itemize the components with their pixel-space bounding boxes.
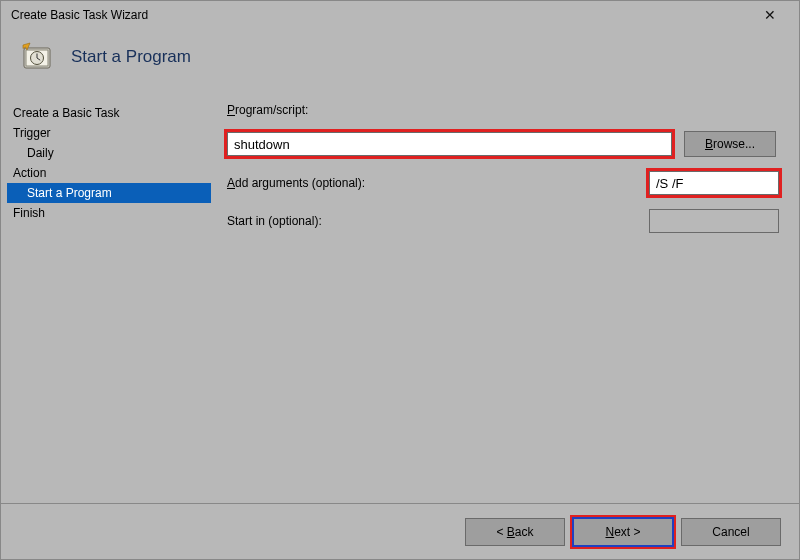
start-in-label: Start in (optional): bbox=[227, 214, 427, 228]
sidebar-item-finish[interactable]: Finish bbox=[7, 203, 211, 223]
wizard-sidebar: Create a Basic Task Trigger Daily Action… bbox=[1, 97, 211, 487]
wizard-header: Start a Program bbox=[1, 29, 799, 97]
sidebar-item-daily[interactable]: Daily bbox=[7, 143, 211, 163]
start-in-input[interactable] bbox=[649, 209, 779, 233]
sidebar-item-action[interactable]: Action bbox=[7, 163, 211, 183]
titlebar: Create Basic Task Wizard ✕ bbox=[1, 1, 799, 29]
task-scheduler-icon bbox=[21, 41, 53, 73]
start-in-row: Start in (optional): bbox=[227, 209, 779, 233]
page-title: Start a Program bbox=[71, 47, 191, 67]
close-icon: ✕ bbox=[764, 7, 776, 23]
wizard-window: Create Basic Task Wizard ✕ Start a Progr… bbox=[0, 0, 800, 560]
wizard-content: Create a Basic Task Trigger Daily Action… bbox=[1, 97, 799, 487]
window-title: Create Basic Task Wizard bbox=[11, 8, 148, 22]
wizard-main: Program/script: Browse... Add arguments … bbox=[211, 97, 799, 487]
add-arguments-input[interactable] bbox=[649, 171, 779, 195]
program-label-row: Program/script: bbox=[227, 103, 779, 117]
sidebar-item-create-basic-task[interactable]: Create a Basic Task bbox=[7, 103, 211, 123]
program-script-input[interactable] bbox=[227, 132, 672, 156]
program-input-highlight bbox=[227, 132, 672, 156]
program-input-row: Browse... bbox=[227, 131, 779, 157]
next-button[interactable]: Next > bbox=[573, 518, 673, 546]
arguments-input-highlight bbox=[649, 171, 779, 195]
browse-button[interactable]: Browse... bbox=[684, 131, 776, 157]
arguments-row: Add arguments (optional): bbox=[227, 171, 779, 195]
wizard-footer: < Back Next > Cancel bbox=[1, 503, 799, 559]
back-button[interactable]: < Back bbox=[465, 518, 565, 546]
cancel-button[interactable]: Cancel bbox=[681, 518, 781, 546]
next-button-highlight: Next > bbox=[573, 518, 673, 546]
close-button[interactable]: ✕ bbox=[749, 2, 791, 28]
sidebar-item-start-a-program[interactable]: Start a Program bbox=[7, 183, 211, 203]
sidebar-item-trigger[interactable]: Trigger bbox=[7, 123, 211, 143]
add-arguments-label: Add arguments (optional): bbox=[227, 176, 427, 190]
program-script-label: Program/script: bbox=[227, 103, 427, 117]
